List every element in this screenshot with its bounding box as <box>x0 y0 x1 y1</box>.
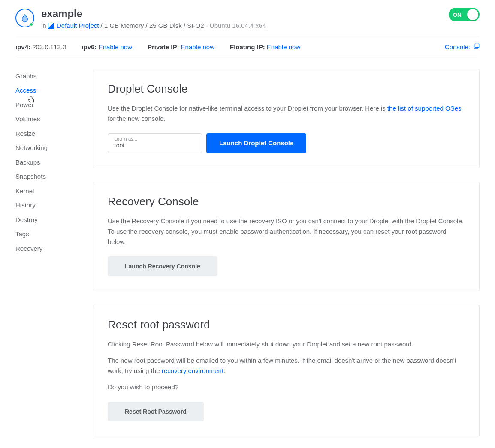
reset-root-title: Reset root password <box>108 318 465 331</box>
private-ip-label: Private IP: <box>148 43 179 51</box>
header-left: example in Default Project / 1 GB Memory… <box>15 8 266 29</box>
action-row: Reset Root Password <box>108 402 465 421</box>
recovery-console-card: Recovery Console Use the Recovery Consol… <box>93 182 480 291</box>
ipv4: ipv4: 203.0.113.0 <box>15 43 66 51</box>
info-bar-left: ipv4: 203.0.113.0 ipv6: Enable now Priva… <box>15 43 300 51</box>
toggle-knob <box>467 9 478 20</box>
sidebar-item-graphs[interactable]: Graphs <box>15 69 75 84</box>
sidebar-item-history[interactable]: History <box>15 198 75 213</box>
recovery-console-desc: Use the Recovery Console if you need to … <box>108 216 465 247</box>
console-label: Console: <box>445 43 470 51</box>
header-text: example in Default Project / 1 GB Memory… <box>41 8 266 29</box>
ipv4-value: 203.0.113.0 <box>32 43 66 51</box>
droplet-header: example in Default Project / 1 GB Memory… <box>15 8 480 37</box>
sidebar-item-kernel[interactable]: Kernel <box>15 184 75 198</box>
floating-ip-enable-link[interactable]: Enable now <box>267 43 300 51</box>
droplet-meta: in Default Project / 1 GB Memory / 25 GB… <box>41 22 266 29</box>
ipv6-label: ipv6: <box>81 43 97 51</box>
floating-ip: Floating IP: Enable now <box>230 43 300 51</box>
reset-root-confirm: Do you wish to proceed? <box>108 382 465 392</box>
private-ip-enable-link[interactable]: Enable now <box>181 43 214 51</box>
reset-root-card: Reset root password Clicking Reset Root … <box>93 305 480 436</box>
sidebar-item-networking[interactable]: Networking <box>15 141 75 155</box>
droplet-icon <box>15 9 34 27</box>
ipv6: ipv6: Enable now <box>81 43 132 51</box>
svg-rect-1 <box>475 44 479 48</box>
launch-recovery-console-button[interactable]: Launch Recovery Console <box>108 256 217 276</box>
reset-root-password-button[interactable]: Reset Root Password <box>108 402 204 421</box>
sidebar-item-tags[interactable]: Tags <box>15 227 75 241</box>
launch-droplet-console-button[interactable]: Launch Droplet Console <box>206 133 306 153</box>
droplet-console-desc: Use the Droplet Console for native-like … <box>108 103 465 124</box>
power-toggle[interactable]: ON <box>449 8 480 21</box>
reset-root-p1: Clicking Reset Root Password below will … <box>108 339 465 349</box>
console-icon <box>473 43 480 50</box>
sidebar-item-snapshots[interactable]: Snapshots <box>15 169 75 184</box>
recovery-environment-link[interactable]: recovery environment <box>162 367 223 374</box>
droplet-title: example <box>41 8 266 20</box>
toggle-label: ON <box>453 12 462 18</box>
console-link[interactable]: Console: <box>445 43 480 51</box>
sidebar: GraphsAccessPowerVolumesResizeNetworking… <box>15 69 75 448</box>
info-bar: ipv4: 203.0.113.0 ipv6: Enable now Priva… <box>15 37 480 57</box>
login-value: root <box>114 142 124 149</box>
desc-post: for the new console. <box>108 115 165 122</box>
login-as-field[interactable]: Log in as... root <box>108 133 202 153</box>
desc-pre: Use the Droplet Console for native-like … <box>108 105 387 112</box>
sidebar-item-recovery[interactable]: Recovery <box>15 241 75 256</box>
status-dot-icon <box>29 22 33 27</box>
reset-root-p2: The new root password will be emailed to… <box>108 355 465 376</box>
sidebar-item-power[interactable]: Power <box>15 98 75 112</box>
project-icon <box>48 23 54 29</box>
specs-label: / 1 GB Memory / 25 GB Disk / SFO2 <box>101 22 204 29</box>
sidebar-item-destroy[interactable]: Destroy <box>15 213 75 227</box>
project-link[interactable]: Default Project <box>57 22 99 29</box>
ipv4-label: ipv4: <box>15 43 30 51</box>
droplet-console-title: Droplet Console <box>108 82 465 96</box>
layout: GraphsAccessPowerVolumesResizeNetworking… <box>15 69 480 448</box>
os-label: - Ubuntu 16.04.4 x64 <box>206 22 266 29</box>
ipv6-enable-link[interactable]: Enable now <box>99 43 132 51</box>
floating-ip-label: Floating IP: <box>230 43 265 51</box>
sidebar-item-access[interactable]: Access <box>15 83 75 98</box>
divider <box>15 57 480 57</box>
main-content: Droplet Console Use the Droplet Console … <box>93 69 480 448</box>
private-ip: Private IP: Enable now <box>148 43 214 51</box>
p2-pre: The new root password will be emailed to… <box>108 357 456 374</box>
login-label: Log in as... <box>114 136 196 141</box>
sidebar-item-resize[interactable]: Resize <box>15 126 75 141</box>
sidebar-item-backups[interactable]: Backups <box>15 155 75 170</box>
in-label: in <box>41 22 46 29</box>
action-row: Launch Recovery Console <box>108 256 465 276</box>
droplet-console-card: Droplet Console Use the Droplet Console … <box>93 69 480 168</box>
recovery-console-title: Recovery Console <box>108 195 465 208</box>
supported-oses-link[interactable]: the list of supported OSes <box>387 105 462 112</box>
p2-post: . <box>223 367 225 374</box>
action-row: Log in as... root Launch Droplet Console <box>108 133 465 153</box>
sidebar-item-volumes[interactable]: Volumes <box>15 112 75 126</box>
